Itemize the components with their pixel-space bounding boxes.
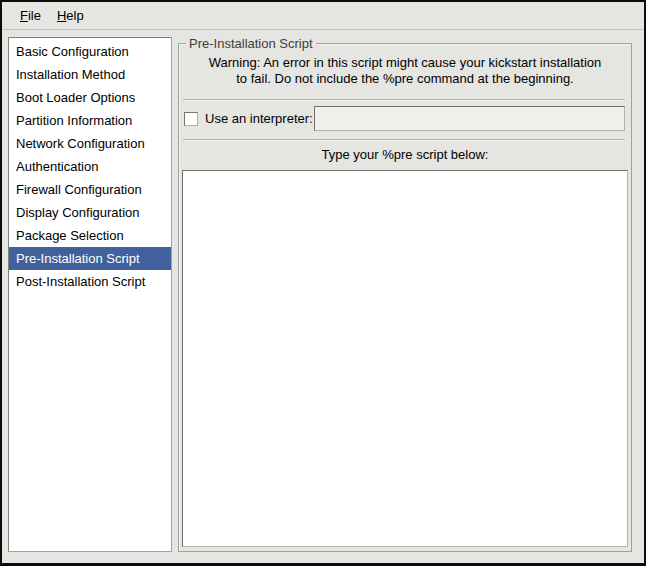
use-interpreter-checkbox[interactable] xyxy=(184,112,198,126)
warning-text: Warning: An error in this script might c… xyxy=(179,55,631,87)
sidebar-item-partition-information[interactable]: Partition Information xyxy=(9,109,171,132)
menu-file-rest: ile xyxy=(28,8,41,23)
interpreter-input[interactable] xyxy=(314,106,625,131)
kickstart-configurator-window: File Help Basic Configuration Installati… xyxy=(0,0,646,566)
sidebar-item-post-installation-script[interactable]: Post-Installation Script xyxy=(9,270,171,293)
sidebar-item-package-selection[interactable]: Package Selection xyxy=(9,224,171,247)
frame-title: Pre-Installation Script xyxy=(186,36,316,51)
menu-help-rest: elp xyxy=(66,8,83,23)
sidebar-item-display-configuration[interactable]: Display Configuration xyxy=(9,201,171,224)
menu-file[interactable]: File xyxy=(12,5,49,26)
sidebar-item-installation-method[interactable]: Installation Method xyxy=(9,63,171,86)
sidebar-item-pre-installation-script[interactable]: Pre-Installation Script xyxy=(9,247,171,270)
menubar: File Help xyxy=(2,2,644,30)
sidebar-list: Basic Configuration Installation Method … xyxy=(8,37,172,552)
pre-script-textarea[interactable] xyxy=(182,170,628,547)
separator xyxy=(183,99,625,101)
separator xyxy=(183,139,625,141)
sidebar-item-network-configuration[interactable]: Network Configuration xyxy=(9,132,171,155)
menu-file-accel: F xyxy=(20,8,28,23)
script-instruction-label: Type your %pre script below: xyxy=(179,147,631,162)
use-interpreter-label: Use an interpreter: xyxy=(205,111,313,127)
menu-help-accel: H xyxy=(57,8,66,23)
menu-help[interactable]: Help xyxy=(49,5,92,26)
pre-installation-script-frame: Pre-Installation Script Warning: An erro… xyxy=(178,43,632,552)
sidebar-item-authentication[interactable]: Authentication xyxy=(9,155,171,178)
sidebar-item-firewall-configuration[interactable]: Firewall Configuration xyxy=(9,178,171,201)
sidebar-item-boot-loader-options[interactable]: Boot Loader Options xyxy=(9,86,171,109)
sidebar-item-basic-configuration[interactable]: Basic Configuration xyxy=(9,40,171,63)
